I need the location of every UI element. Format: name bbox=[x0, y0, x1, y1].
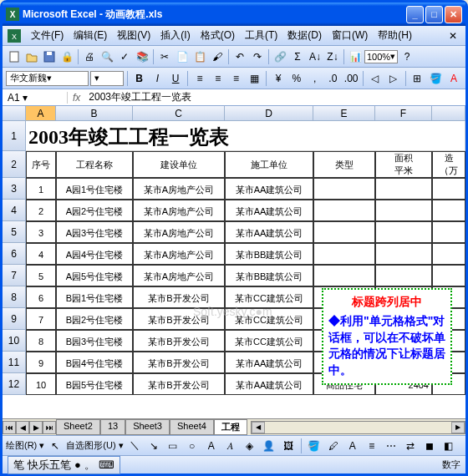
spell-button[interactable]: ✓ bbox=[116, 48, 133, 65]
formula-input[interactable]: 2003年竣工工程一览表 bbox=[85, 90, 195, 104]
sort-desc-button[interactable]: Z↓ bbox=[324, 48, 341, 65]
data-cell[interactable]: 某市BB建筑公司 bbox=[225, 243, 313, 265]
data-cell[interactable]: 2 bbox=[26, 200, 56, 221]
line-button[interactable]: ＼ bbox=[126, 438, 143, 454]
header-cell[interactable]: 工程名称 bbox=[56, 151, 133, 178]
tab-next-button[interactable]: ▶ bbox=[29, 421, 43, 434]
data-cell[interactable]: A园5号住宅楼 bbox=[56, 265, 133, 286]
preview-button[interactable]: 🔍 bbox=[99, 48, 115, 65]
data-cell[interactable]: 5 bbox=[26, 265, 56, 286]
data-cell[interactable] bbox=[432, 200, 465, 221]
percent-button[interactable]: % bbox=[288, 70, 305, 87]
minimize-button[interactable]: _ bbox=[406, 6, 424, 23]
col-header[interactable]: A bbox=[26, 106, 56, 121]
align-right-button[interactable]: ≡ bbox=[228, 70, 245, 87]
data-cell[interactable] bbox=[375, 200, 432, 221]
research-button[interactable]: 📚 bbox=[134, 48, 150, 65]
data-cell[interactable] bbox=[432, 265, 465, 286]
permission-button[interactable]: 🔒 bbox=[58, 48, 75, 65]
ime-indicator[interactable]: 笔 快乐五笔 ● 。 ⌨ bbox=[8, 456, 120, 474]
row-header[interactable]: 11 bbox=[3, 352, 26, 373]
scroll-left-button[interactable]: ◀ bbox=[252, 422, 265, 433]
menu-item[interactable]: 帮助(H) bbox=[373, 28, 417, 43]
sum-button[interactable]: Σ bbox=[289, 48, 306, 65]
col-header[interactable] bbox=[432, 106, 465, 121]
indent-button[interactable]: ◁ bbox=[367, 70, 384, 87]
oval-button[interactable]: ○ bbox=[184, 438, 201, 454]
data-cell[interactable] bbox=[313, 200, 375, 221]
textbox-button[interactable]: A bbox=[203, 438, 220, 454]
header-cell[interactable]: 序号 bbox=[26, 151, 56, 178]
data-cell[interactable] bbox=[375, 178, 432, 200]
data-cell[interactable] bbox=[432, 178, 465, 200]
dec-dec-button[interactable]: .00 bbox=[343, 70, 359, 87]
data-cell[interactable]: 某市AA建筑公司 bbox=[225, 352, 313, 373]
data-cell[interactable]: 某市AA建筑公司 bbox=[225, 200, 313, 221]
menu-item[interactable]: 数据(D) bbox=[282, 28, 327, 43]
data-cell[interactable]: B园3号住宅楼 bbox=[56, 330, 133, 352]
help-button[interactable]: ? bbox=[399, 48, 415, 65]
data-cell[interactable]: 某市A房地产公司 bbox=[133, 200, 225, 221]
autoshapes-menu[interactable]: 自选图形(U) ▾ bbox=[66, 439, 123, 452]
scroll-right-button[interactable]: ▶ bbox=[451, 422, 465, 433]
data-cell[interactable]: A园2号住宅楼 bbox=[56, 200, 133, 221]
data-cell[interactable]: 某市A房地产公司 bbox=[133, 265, 225, 286]
fmt-painter-button[interactable]: 🖌 bbox=[209, 48, 226, 65]
border-button[interactable]: ⊞ bbox=[410, 70, 426, 87]
col-header[interactable]: E bbox=[313, 106, 375, 121]
data-cell[interactable] bbox=[313, 178, 375, 200]
row-header[interactable]: 12 bbox=[3, 373, 26, 395]
data-cell[interactable]: A园4号住宅楼 bbox=[56, 243, 133, 265]
header-cell[interactable]: 建设单位 bbox=[133, 151, 225, 178]
data-cell[interactable]: 某市B开发公司 bbox=[133, 330, 225, 352]
font-select[interactable]: 华文新魏 ▾ bbox=[6, 71, 89, 86]
save-button[interactable] bbox=[41, 48, 58, 65]
col-header[interactable]: D bbox=[225, 106, 313, 121]
row-header[interactable]: 1 bbox=[3, 121, 26, 151]
arrow-style-button[interactable]: ⇄ bbox=[402, 438, 419, 454]
sheet-tab[interactable]: Sheet4 bbox=[170, 419, 214, 435]
sheet-tab[interactable]: 13 bbox=[100, 419, 125, 435]
worksheet[interactable]: ABCDEF12003年竣工工程一览表2序号工程名称建设单位施工单位类型面积 平… bbox=[3, 106, 465, 418]
header-cell[interactable]: 施工单位 bbox=[225, 151, 313, 178]
size-select[interactable]: ▾ bbox=[90, 71, 124, 86]
data-cell[interactable]: 8 bbox=[26, 330, 56, 352]
diagram-button[interactable]: ◈ bbox=[242, 438, 258, 454]
tab-prev-button[interactable]: ◀ bbox=[16, 421, 29, 434]
select-all[interactable] bbox=[3, 106, 26, 121]
data-cell[interactable] bbox=[375, 221, 432, 243]
row-header[interactable]: 8 bbox=[3, 286, 26, 308]
currency-button[interactable]: ¥ bbox=[270, 70, 287, 87]
data-cell[interactable] bbox=[375, 265, 432, 286]
redo-button[interactable]: ↷ bbox=[249, 48, 266, 65]
sort-asc-button[interactable]: A↓ bbox=[307, 48, 323, 65]
row-header[interactable]: 10 bbox=[3, 330, 26, 352]
zoom-select[interactable]: 100% ▾ bbox=[364, 50, 398, 63]
data-cell[interactable]: A园1号住宅楼 bbox=[56, 178, 133, 200]
select-button[interactable]: ↖ bbox=[47, 438, 64, 454]
data-cell[interactable] bbox=[313, 243, 375, 265]
data-cell[interactable]: 4 bbox=[26, 243, 56, 265]
font-color-button-2[interactable]: A bbox=[344, 438, 361, 454]
row-header[interactable]: 9 bbox=[3, 308, 26, 330]
chart-button[interactable]: 📊 bbox=[347, 48, 364, 65]
data-cell[interactable]: 某市A房地产公司 bbox=[133, 178, 225, 200]
merge-button[interactable]: ▦ bbox=[246, 70, 262, 87]
italic-button[interactable]: I bbox=[149, 70, 165, 87]
inc-dec-button[interactable]: .0 bbox=[324, 70, 341, 87]
data-cell[interactable]: 某市A房地产公司 bbox=[133, 221, 225, 243]
sheet-tab[interactable]: Sheet2 bbox=[56, 419, 100, 435]
data-cell[interactable] bbox=[313, 265, 375, 286]
data-cell[interactable]: 某市B开发公司 bbox=[133, 352, 225, 373]
col-header[interactable]: B bbox=[56, 106, 133, 121]
maximize-button[interactable]: □ bbox=[425, 6, 443, 23]
data-cell[interactable]: 10 bbox=[26, 373, 56, 395]
row-header[interactable]: 5 bbox=[3, 221, 26, 243]
menu-item[interactable]: 文件(F) bbox=[26, 28, 69, 43]
header-cell[interactable]: 类型 bbox=[313, 151, 375, 178]
rect-button[interactable]: ▭ bbox=[165, 438, 181, 454]
row-header[interactable]: 7 bbox=[3, 265, 26, 286]
bold-button[interactable]: B bbox=[131, 70, 148, 87]
name-box[interactable]: A1 ▾ bbox=[3, 92, 68, 104]
copy-button[interactable]: 📄 bbox=[174, 48, 191, 65]
